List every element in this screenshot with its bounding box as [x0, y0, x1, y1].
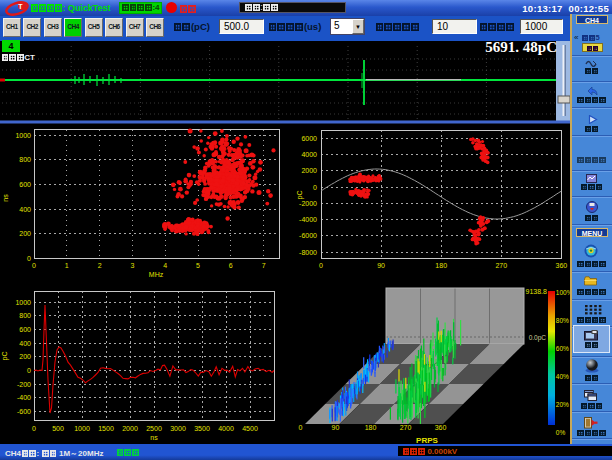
svg-text:600: 600 [19, 326, 31, 333]
svg-text:2000: 2000 [301, 167, 317, 174]
svg-text:90: 90 [377, 262, 385, 269]
svg-text:360: 360 [435, 424, 447, 431]
svg-text:180: 180 [435, 262, 447, 269]
svg-text:0: 0 [319, 262, 323, 269]
svg-text:-6000: -6000 [299, 232, 317, 239]
svg-text:MHz: MHz [149, 271, 164, 278]
svg-text:1500: 1500 [98, 425, 114, 432]
svg-text:3: 3 [130, 262, 134, 269]
svg-text:800: 800 [19, 312, 31, 319]
svg-text:pC: pC [296, 191, 304, 200]
svg-text:0%: 0% [556, 429, 566, 436]
svg-text:2000: 2000 [122, 425, 138, 432]
svg-text:4000: 4000 [301, 151, 317, 158]
svg-text:1000: 1000 [15, 132, 31, 139]
svg-text:pC: pC [1, 352, 9, 361]
svg-text:6: 6 [229, 262, 233, 269]
svg-text:1: 1 [65, 262, 69, 269]
svg-text:4: 4 [163, 262, 167, 269]
svg-text:400: 400 [19, 206, 31, 213]
svg-text:3500: 3500 [194, 425, 210, 432]
svg-text:0: 0 [299, 424, 303, 431]
svg-text:200: 200 [19, 353, 31, 360]
svg-text:1000: 1000 [74, 425, 90, 432]
svg-text:80%: 80% [556, 317, 569, 324]
svg-text:3000: 3000 [170, 425, 186, 432]
svg-text:800: 800 [19, 156, 31, 163]
svg-text:5691. 48pC: 5691. 48pC [485, 41, 557, 55]
svg-text:-4000: -4000 [299, 216, 317, 223]
svg-text:200: 200 [19, 230, 31, 237]
svg-text:ns: ns [2, 194, 9, 202]
svg-text:60%: 60% [556, 345, 569, 352]
svg-text:-200: -200 [17, 381, 31, 388]
svg-text:0: 0 [27, 255, 31, 262]
svg-text:0: 0 [313, 184, 317, 191]
svg-text:20%: 20% [556, 401, 569, 408]
svg-text:-400: -400 [17, 394, 31, 401]
svg-text:PRPS: PRPS [416, 436, 438, 444]
svg-text:360: 360 [556, 262, 568, 269]
svg-text:40%: 40% [556, 373, 569, 380]
svg-text:7: 7 [262, 262, 266, 269]
svg-text:4500: 4500 [242, 425, 258, 432]
svg-text:90: 90 [332, 424, 340, 431]
svg-text:2500: 2500 [146, 425, 162, 432]
svg-text:2: 2 [98, 262, 102, 269]
svg-text:6000: 6000 [301, 135, 317, 142]
svg-text:-2000: -2000 [299, 200, 317, 207]
svg-text:ns: ns [150, 434, 158, 441]
svg-text:500: 500 [52, 425, 64, 432]
svg-text:270: 270 [400, 424, 412, 431]
svg-text:1000: 1000 [15, 299, 31, 306]
svg-text:0.0pC: 0.0pC [529, 334, 547, 342]
svg-text:4000: 4000 [218, 425, 234, 432]
svg-text:9138.8: 9138.8 [526, 288, 548, 295]
svg-text:-600: -600 [17, 408, 31, 415]
svg-text:0: 0 [27, 367, 31, 374]
svg-text:270: 270 [495, 262, 507, 269]
svg-text:0: 0 [32, 425, 36, 432]
svg-text:0: 0 [32, 262, 36, 269]
svg-text:400: 400 [19, 340, 31, 347]
svg-text:-8000: -8000 [299, 249, 317, 256]
svg-text:5: 5 [196, 262, 200, 269]
svg-text:180: 180 [365, 424, 377, 431]
svg-text:600: 600 [19, 181, 31, 188]
